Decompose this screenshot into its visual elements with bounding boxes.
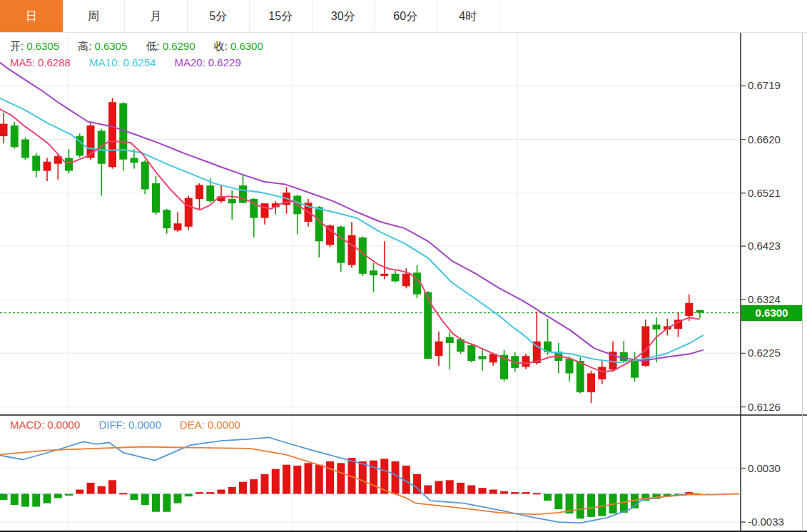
diff-label: DIFF: — [98, 419, 126, 431]
ma5-value: 0.6288 — [38, 56, 71, 68]
tab-15min[interactable]: 15分 — [250, 0, 313, 32]
tab-60min[interactable]: 60分 — [375, 0, 437, 32]
ohlc-legend: 开:0.6305 高:0.6305 低:0.6290 收:0.6300 — [10, 40, 266, 53]
high-value: 0.6305 — [94, 40, 127, 52]
axis-ticks — [741, 86, 746, 522]
price-tick-label: 0.6423 — [748, 240, 781, 252]
tab-30min[interactable]: 30分 — [313, 0, 375, 32]
close-label: 收: — [214, 40, 228, 52]
diff-value: 0.0000 — [128, 419, 161, 431]
macd-label: MACD: — [10, 419, 44, 431]
price-tick-label: 0.6521 — [748, 187, 781, 199]
price-tick-label: 0.6126 — [748, 401, 781, 413]
ma5-label: MA5: — [10, 56, 35, 68]
period-tabbar: 日周月5分15分30分60分4时 — [0, 0, 807, 33]
tab-week[interactable]: 周 — [63, 0, 126, 32]
low-value: 0.6290 — [163, 40, 196, 52]
tab-4hour[interactable]: 4时 — [437, 0, 500, 32]
macd-histogram-layer — [0, 458, 693, 518]
ma20-value: 0.6229 — [208, 56, 241, 68]
current-price-badge: 0.6300 — [741, 305, 802, 321]
open-value: 0.6305 — [26, 40, 59, 52]
ma-lines-layer — [0, 63, 703, 372]
low-label: 低: — [146, 40, 159, 52]
open-label: 开: — [10, 40, 24, 52]
price-tick-label: 0.6719 — [748, 79, 781, 91]
high-label: 高: — [78, 40, 91, 52]
price-tick-label: 0.6324 — [748, 293, 781, 305]
dea-label: DEA: — [180, 419, 205, 431]
tab-month[interactable]: 月 — [125, 0, 188, 32]
macd-tick-label: 0.0030 — [748, 462, 781, 474]
macd-value: 0.0000 — [47, 419, 80, 431]
ma20-label: MA20: — [175, 56, 205, 68]
ma10-label: MA10: — [89, 56, 120, 68]
candlestick-chart-canvas[interactable] — [0, 0, 807, 532]
trading-chart-app: 日周月5分15分30分60分4时 开:0.6305 高:0.6305 低:0.6… — [0, 0, 807, 532]
tab-day[interactable]: 日 — [0, 0, 63, 32]
macd-legend: MACD:0.0000 DIFF:0.0000 DEA:0.0000 — [10, 419, 243, 431]
price-tick-label: 0.6225 — [748, 347, 781, 359]
ma10-value: 0.6254 — [123, 56, 156, 68]
close-value: 0.6300 — [230, 40, 263, 52]
price-tick-label: 0.6620 — [748, 133, 781, 145]
macd-tick-label: -0.0033 — [748, 516, 784, 528]
tab-5min[interactable]: 5分 — [188, 0, 250, 32]
dea-value: 0.0000 — [208, 419, 240, 431]
ma-legend: MA5:0.6288 MA10:0.6254 MA20:0.6229 — [10, 56, 244, 68]
